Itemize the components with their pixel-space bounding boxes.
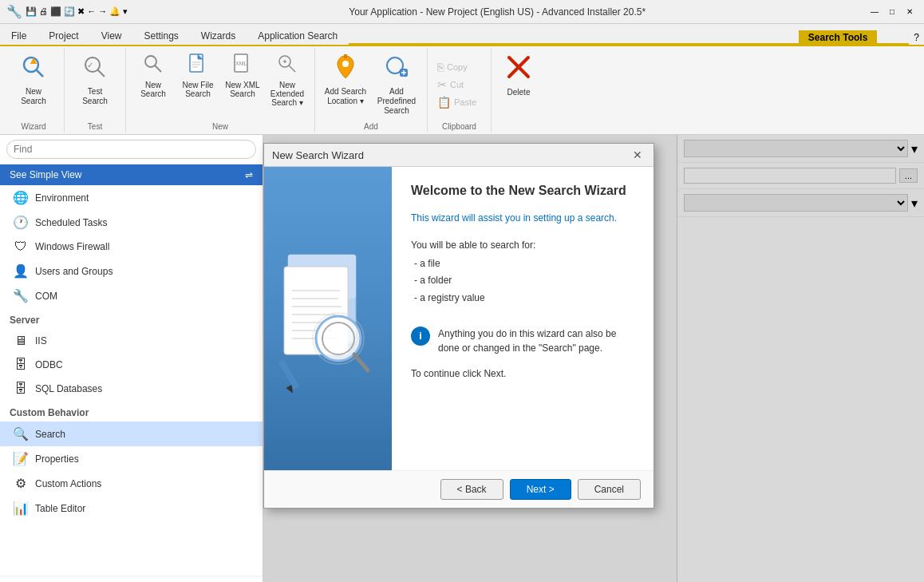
copy-icon: ⎘ (437, 61, 444, 73)
sidebar-item-search[interactable]: 🔍 Search (0, 422, 263, 446)
tab-file[interactable]: File (0, 27, 38, 45)
swap-icon: ⇌ (245, 169, 253, 180)
tab-app-search[interactable]: Application Search (247, 27, 349, 45)
tab-wizards[interactable]: Wizards (190, 27, 247, 45)
new-file-search-btn[interactable]: New FileSearch (177, 49, 219, 101)
close-btn[interactable]: ✕ (902, 6, 918, 18)
searchfor-item-registry: - a registry value (414, 290, 634, 307)
title-bar-left: 🔧 💾 🖨 ⬛ 🔄 ✖ ← → 🔔 ▾ (6, 4, 128, 19)
tab-project[interactable]: Project (38, 27, 89, 45)
svg-text:XML: XML (235, 61, 247, 66)
ribbon-group-wizard: NewSearch Wizard (3, 48, 65, 133)
test-group-label: Test (71, 119, 119, 131)
new-search-label: NewSearch (21, 87, 46, 106)
modal-searchfor-label: You will be able to search for: (411, 240, 634, 251)
sidebar-item-environment-label: Environment (35, 192, 89, 204)
tab-view[interactable]: View (90, 27, 133, 45)
sidebar: See Simple View ⇌ 🌐 Environment 🕐 Schedu… (0, 135, 263, 582)
cut-btn[interactable]: ✂ Cut (434, 77, 480, 93)
new-xml-search-btn[interactable]: XML New XMLSearch (222, 49, 263, 101)
new-search2-icon (142, 53, 164, 79)
sidebar-item-environment[interactable]: 🌐 Environment (0, 185, 263, 210)
search-input[interactable] (6, 140, 256, 159)
test-search-label: TestSearch (82, 87, 108, 106)
ribbon-group-clipboard: ⎘ Copy ✂ Cut 📋 Paste Clipboard (428, 48, 492, 133)
clipboard-items: ⎘ Copy ✂ Cut 📋 Paste (434, 49, 480, 119)
sidebar-item-windows-firewall[interactable]: 🛡 Windows Firewall (0, 235, 263, 259)
ribbon-tabs: File Project View Settings Wizards Appli… (0, 24, 924, 46)
sidebar-item-custom-actions-label: Custom Actions (35, 478, 101, 489)
see-simple-view-btn[interactable]: See Simple View ⇌ (0, 164, 263, 185)
sidebar-item-iis[interactable]: 🖥 IIS (0, 329, 263, 353)
svg-line-4 (97, 69, 105, 77)
add-predefined-search-icon (382, 53, 411, 85)
sidebar-item-iis-label: IIS (35, 335, 47, 346)
cancel-btn[interactable]: Cancel (578, 479, 641, 500)
sidebar-item-com[interactable]: 🔧 COM (0, 283, 263, 308)
ribbon-group-add: Add SearchLocation ▾ Add PredefinedSearc… (315, 48, 428, 133)
custom-actions-icon: ⚙ (13, 476, 29, 491)
minimize-btn[interactable]: — (867, 6, 883, 18)
sql-databases-icon: 🗄 (13, 382, 29, 396)
sidebar-item-sql-databases[interactable]: 🗄 SQL Databases (0, 377, 263, 401)
test-search-btn[interactable]: ✓ TestSearch (71, 49, 119, 109)
modal-illustration-panel (264, 167, 392, 470)
properties-icon: 📝 (13, 451, 29, 466)
new-file-search-icon (187, 53, 209, 79)
new-search-btn[interactable]: NewSearch (10, 49, 57, 109)
sidebar-item-table-editor-label: Table Editor (35, 503, 85, 514)
paste-label: Paste (454, 97, 476, 107)
delete-btn[interactable]: Delete (498, 49, 539, 100)
window-controls[interactable]: — □ ✕ (867, 6, 918, 18)
wizard-illustration (276, 239, 380, 398)
next-btn[interactable]: Next > (510, 479, 571, 500)
wizard-group-label: Wizard (10, 119, 57, 131)
ribbon-group-new: NewSearch New FileSearch (126, 48, 315, 133)
copy-btn[interactable]: ⎘ Copy (434, 59, 480, 75)
paste-btn[interactable]: 📋 Paste (434, 94, 480, 110)
sidebar-item-table-editor[interactable]: 📊 Table Editor (0, 496, 263, 521)
svg-line-7 (155, 65, 161, 72)
new-extended-search-btn[interactable]: New ExtendedSearch ▾ (267, 49, 308, 110)
modal-content: Welcome to the New Search Wizard This wi… (392, 167, 654, 470)
new-search2-label: NewSearch (140, 81, 166, 98)
test-search-icon: ✓ (81, 53, 109, 85)
add-group-label: Add (322, 119, 421, 131)
sidebar-item-odbc[interactable]: 🗄 ODBC (0, 353, 263, 377)
scheduled-tasks-icon: 🕐 (13, 215, 29, 230)
svg-text:✓: ✓ (87, 61, 93, 69)
new-extended-search-label: New ExtendedSearch ▾ (268, 81, 306, 107)
modal-title: New Search Wizard (272, 149, 364, 161)
modal-searchfor-items: - a file - a folder - a registry value (414, 255, 634, 307)
sidebar-item-sql-databases-label: SQL Databases (35, 383, 102, 394)
sidebar-item-properties-label: Properties (35, 453, 79, 465)
modal-continue-text: To continue click Next. (411, 368, 634, 379)
search-nav-icon: 🔍 (13, 426, 29, 441)
ribbon-group-test-items: ✓ TestSearch (71, 49, 119, 119)
help-btn[interactable]: ? (909, 30, 924, 45)
back-btn[interactable]: < Back (440, 479, 503, 500)
modal-intro-text: This wizard will assist you in setting u… (411, 212, 634, 224)
ribbon-group-new-items: NewSearch New FileSearch (132, 49, 308, 119)
info-icon: i (411, 327, 430, 346)
modal-heading: Welcome to the New Search Wizard (411, 183, 634, 200)
add-location-label: Add SearchLocation ▾ (325, 87, 366, 106)
add-predefined-search-btn[interactable]: Add PredefinedSearch (373, 49, 421, 119)
new-search-wizard-dialog: New Search Wizard ✕ (263, 143, 654, 509)
sidebar-item-scheduled-tasks[interactable]: 🕐 Scheduled Tasks (0, 210, 263, 235)
sidebar-item-custom-actions[interactable]: ⚙ Custom Actions (0, 471, 263, 496)
delete-icon (504, 53, 533, 88)
project-summary-link[interactable]: Project Summary (0, 576, 263, 582)
maximize-btn[interactable]: □ (884, 6, 900, 18)
sidebar-item-properties[interactable]: 📝 Properties (0, 446, 263, 471)
add-search-location-icon (331, 53, 360, 85)
modal-titlebar: New Search Wizard ✕ (264, 144, 654, 167)
tab-settings[interactable]: Settings (133, 27, 190, 45)
sidebar-item-users-groups[interactable]: 👤 Users and Groups (0, 259, 263, 283)
modal-footer: < Back Next > Cancel (264, 470, 654, 508)
svg-point-6 (145, 56, 156, 67)
new-search2-btn[interactable]: NewSearch (132, 49, 174, 101)
modal-close-btn[interactable]: ✕ (630, 148, 646, 161)
main-layout: See Simple View ⇌ 🌐 Environment 🕐 Schedu… (0, 135, 924, 582)
add-search-location-btn[interactable]: Add SearchLocation ▾ (322, 49, 369, 109)
